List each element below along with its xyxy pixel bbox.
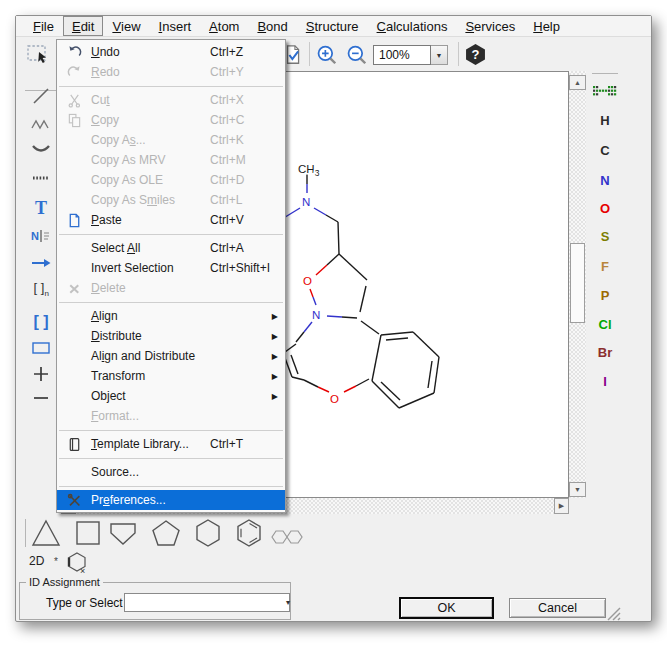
menu-item-redo[interactable]: RedoCtrl+Y [57,62,285,82]
menu-item-object[interactable]: Object▶ [57,386,285,406]
zoom-combo-arrow-icon[interactable]: ▼ [431,45,448,65]
menu-item-label: Transform [91,369,145,383]
element-f[interactable]: F [590,259,620,277]
ok-button[interactable]: OK [399,597,494,619]
menu-item-shortcut: Ctrl+V [210,213,244,227]
scroll-right-button[interactable]: ▶ [554,498,569,514]
help-button[interactable]: ? [465,44,486,65]
menubar-item-insert[interactable]: Insert [150,16,201,36]
menubar-item-view[interactable]: View [103,16,149,36]
element-i[interactable]: I [590,374,620,392]
id-select-input[interactable] [125,594,286,611]
menu-item-undo[interactable]: UndoCtrl+Z [57,42,285,62]
zoom-in-button[interactable] [315,43,339,67]
shape-cyclohexane[interactable] [191,516,225,550]
scroll-down-button[interactable]: ▼ [569,482,586,497]
menu-item-label: Object [91,389,126,403]
single-bond-icon [29,84,53,108]
palette-grip [592,73,618,74]
menubar-item-services[interactable]: Services [456,16,524,36]
single-bond-tool[interactable] [28,83,54,109]
periodic-table-button[interactable] [593,84,617,100]
menu-item-shortcut: Ctrl+C [210,113,244,127]
dotted-line-tool[interactable] [28,165,54,191]
shapebar-grip [25,519,26,547]
any-atom-label[interactable]: * [54,556,58,567]
shape-benzene[interactable] [232,516,266,550]
shape-cyclopentane[interactable] [149,516,183,550]
scroll-up-button[interactable]: ▲ [569,75,586,90]
menu-item-delete[interactable]: Delete [57,278,285,298]
element-br[interactable]: Br [590,345,620,363]
element-n[interactable]: N [590,173,620,191]
element-c[interactable]: C [590,143,620,161]
menubar: FileEditViewInsertAtomBondStructureCalcu… [16,16,651,37]
menu-item-distribute[interactable]: Distribute▶ [57,326,285,346]
element-s[interactable]: S [590,229,620,247]
toolbar-separator [458,42,459,66]
menu-item-format[interactable]: Format... [57,406,285,426]
zoom-level-combo[interactable]: 100% ▼ [373,45,448,65]
menu-item-shortcut: Ctrl+Z [210,45,243,59]
reaction-arrow-tool[interactable] [28,250,54,276]
id-select-combo[interactable]: ▾ [124,593,290,612]
menubar-item-atom[interactable]: Atom [200,16,248,36]
app-window: FileEditViewInsertAtomBondStructureCalcu… [15,15,652,622]
element-h[interactable]: H [590,113,620,131]
atom-label-o1: O [303,275,312,287]
submenu-arrow-icon: ▶ [272,332,278,341]
repeat-bracket-tool[interactable]: [ ]n [28,275,54,301]
arc-icon [29,137,53,161]
zoom-out-button[interactable] [345,43,369,67]
menubar-item-edit[interactable]: Edit [63,16,103,36]
menu-item-source[interactable]: Source... [57,462,285,482]
menu-item-template-library[interactable]: Template Library...Ctrl+T [57,434,285,454]
canvas-vertical-scrollbar[interactable]: ▲ ▼ [569,71,586,498]
menubar-item-file[interactable]: File [24,16,63,36]
menu-item-align[interactable]: Align▶ [57,306,285,326]
menubar-item-structure[interactable]: Structure [297,16,368,36]
arc-tool[interactable] [28,136,54,162]
zoom-level-value[interactable]: 100% [373,45,431,65]
submenu-arrow-icon: ▶ [272,392,278,401]
id-combo-arrow-icon[interactable]: ▾ [286,594,290,611]
menubar-item-help[interactable]: Help [524,16,569,36]
ring-variable-button[interactable]: × [66,550,90,576]
menu-item-cut[interactable]: CutCtrl+X [57,90,285,110]
shape-cyclopentane-flat[interactable] [106,516,140,550]
menu-item-preferences[interactable]: Preferences... [57,490,285,510]
element-o[interactable]: O [590,201,620,219]
rectangle-tool[interactable] [28,335,54,361]
shape-naphthalene[interactable] [268,516,302,550]
dimension-mode-label[interactable]: 2D [29,554,44,568]
menu-item-copy-as-ole[interactable]: Copy As OLECtrl+D [57,170,285,190]
menu-item-copy-as[interactable]: Copy As...Ctrl+K [57,130,285,150]
menu-item-invert-selection[interactable]: Invert SelectionCtrl+Shift+I [57,258,285,278]
menu-item-select-all[interactable]: Select AllCtrl+A [57,238,285,258]
chain-tool[interactable] [28,111,54,137]
atom-label-tool[interactable]: N [28,223,54,249]
selection-tool-button[interactable] [25,42,51,68]
menubar-item-calculations[interactable]: Calculations [368,16,457,36]
menu-item-paste[interactable]: PasteCtrl+V [57,210,285,230]
element-p[interactable]: P [590,288,620,306]
menubar-item-bond[interactable]: Bond [248,16,296,36]
shape-square[interactable] [71,516,105,550]
menu-item-copy-as-mrv[interactable]: Copy As MRVCtrl+M [57,150,285,170]
shape-triangle[interactable] [29,516,63,550]
menu-item-copy-as-smiles[interactable]: Copy As SmilesCtrl+L [57,190,285,210]
increase-charge-tool[interactable] [28,361,54,387]
text-tool-tool[interactable]: T [28,195,54,221]
menu-item-align-and-distribute[interactable]: Align and Distribute▶ [57,346,285,366]
element-cl[interactable]: Cl [590,317,620,335]
vertical-scroll-thumb[interactable] [570,243,585,323]
menu-item-transform[interactable]: Transform▶ [57,366,285,386]
menu-item-label: Format... [91,409,139,423]
decrease-charge-tool[interactable] [28,385,54,411]
menu-item-copy[interactable]: CopyCtrl+C [57,110,285,130]
resize-grip[interactable] [605,605,621,621]
cancel-button[interactable]: Cancel [509,598,606,618]
bracket-tool[interactable]: [ ] [28,308,54,334]
id-assignment-group: ID Assignment Type or Select Id: ▾ [19,582,291,620]
menu-item-label: Copy As... [91,133,146,147]
